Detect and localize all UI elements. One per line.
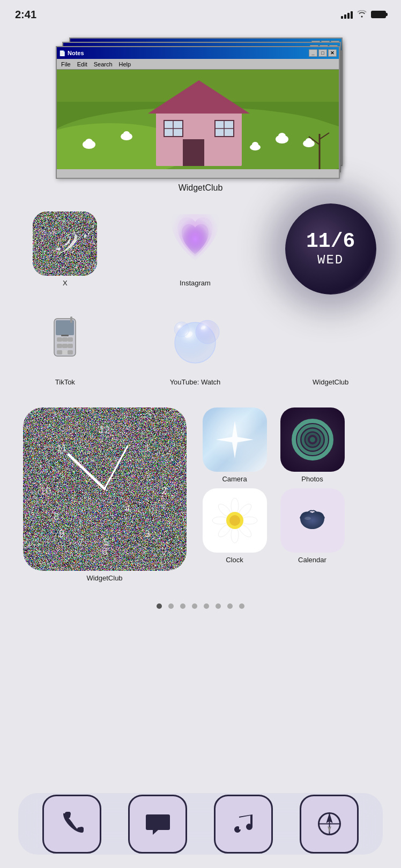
svg-text:5: 5: [103, 537, 108, 548]
svg-point-17: [123, 131, 130, 137]
date-day: WED: [317, 253, 344, 267]
wifi-icon: [357, 10, 367, 19]
svg-point-21: [306, 138, 312, 144]
date-number: 11/6: [306, 231, 355, 252]
svg-text:8: 8: [53, 511, 58, 522]
svg-rect-38: [70, 316, 72, 323]
dock-item-safari[interactable]: [294, 789, 364, 859]
svg-rect-37: [68, 350, 73, 354]
youtube-app-label: YouTube: Watch: [170, 378, 221, 386]
dock-item-messages[interactable]: [123, 789, 192, 859]
widgetclub2-label: WidgetClub: [313, 378, 348, 386]
app-col-right: Camera: [198, 407, 348, 564]
svg-rect-31: [68, 337, 73, 342]
instagram-app-label: Instagram: [180, 279, 211, 287]
svg-rect-35: [57, 350, 62, 354]
messages-dock-icon[interactable]: [128, 795, 187, 854]
svg-point-70: [231, 527, 239, 543]
instagram-app-icon[interactable]: [163, 212, 227, 276]
page-dot-6[interactable]: [216, 603, 221, 609]
svg-point-76: [305, 517, 311, 520]
app-item-clock[interactable]: Clock: [198, 488, 271, 564]
app-item-instagram[interactable]: Instagram: [155, 212, 235, 287]
x-app-icon[interactable]: 𝒳: [33, 212, 97, 276]
status-time: 2:41: [15, 9, 36, 21]
page-dots: [0, 603, 401, 609]
right-row-1: Camera: [198, 407, 348, 483]
battery-icon: [371, 11, 386, 18]
svg-point-44: [174, 322, 189, 337]
app-item-widgetclub2[interactable]: WidgetClub: [285, 348, 376, 386]
page-dot-4[interactable]: [192, 603, 197, 609]
svg-text:6: 6: [101, 546, 107, 557]
svg-rect-29: [57, 337, 62, 342]
page-dot-8[interactable]: [239, 603, 244, 609]
svg-point-23: [252, 142, 258, 147]
tiktok-app-label: TikTok: [55, 378, 75, 386]
svg-text:9: 9: [58, 529, 64, 539]
svg-marker-80: [328, 816, 331, 821]
app-item-tiktok[interactable]: TikTok: [25, 311, 105, 386]
svg-rect-33: [62, 344, 68, 348]
svg-text:1: 1: [144, 443, 150, 454]
phone-dock-icon[interactable]: [42, 795, 101, 854]
status-icons: [341, 10, 386, 19]
photos-app-label: Photos: [301, 475, 323, 483]
clock-widget-label: WidgetClub: [86, 574, 122, 582]
page-dot-1[interactable]: [157, 603, 162, 609]
dock: [18, 793, 383, 855]
svg-point-65: [310, 437, 315, 442]
status-bar: 2:41: [0, 0, 401, 27]
svg-rect-30: [62, 337, 68, 342]
svg-text:2: 2: [161, 486, 166, 496]
x-app-label: X: [63, 279, 68, 287]
page-dot-5[interactable]: [204, 603, 209, 609]
camera-app-label: Camera: [222, 475, 247, 483]
app-row-3: 12 1 2 3 6 9 10 11 4 5 7 8 WidgetClub: [0, 402, 401, 587]
svg-rect-36: [62, 350, 68, 354]
app-item-widgetclub-date[interactable]: 11/6 WED: [285, 203, 376, 295]
page-dot-2[interactable]: [168, 603, 174, 609]
svg-rect-39: [61, 335, 69, 336]
svg-rect-34: [68, 344, 73, 348]
app-item-youtube[interactable]: YouTube: Watch: [155, 311, 235, 386]
app-item-calendar[interactable]: Calendar: [276, 488, 348, 564]
calendar-app-label: Calendar: [298, 556, 326, 564]
svg-line-59: [105, 446, 128, 489]
signal-bars-icon: [341, 10, 353, 19]
page-dot-3[interactable]: [180, 603, 185, 609]
widgetclub2-spacer: [285, 348, 376, 375]
page-dot-7[interactable]: [227, 603, 233, 609]
calendar-app-icon[interactable]: [280, 488, 345, 553]
clock-app-label: Clock: [226, 556, 243, 564]
svg-point-68: [241, 517, 257, 524]
music-dock-icon[interactable]: [214, 795, 273, 854]
dock-item-music[interactable]: [209, 789, 278, 859]
svg-marker-60: [216, 421, 254, 458]
svg-text:12: 12: [99, 425, 109, 435]
app-item-clock-widget[interactable]: 12 1 2 3 6 9 10 11 4 5 7 8 WidgetClub: [21, 407, 188, 582]
svg-text:7: 7: [78, 537, 83, 548]
widget-club-banner-label: WidgetClub: [179, 183, 223, 193]
bottom-spacer: [0, 625, 401, 711]
app-item-x[interactable]: 𝒳 X: [25, 212, 105, 287]
youtube-app-icon[interactable]: [163, 311, 227, 375]
safari-dock-icon[interactable]: [300, 795, 359, 854]
svg-rect-7: [183, 139, 204, 166]
app-row-2: TikTok: [0, 311, 401, 386]
camera-app-icon[interactable]: [203, 407, 267, 472]
win-content: [57, 70, 339, 177]
tiktok-app-icon[interactable]: [33, 311, 97, 375]
clock-widget-icon[interactable]: 12 1 2 3 6 9 10 11 4 5 7 8: [23, 407, 187, 571]
svg-point-66: [231, 498, 239, 514]
app-item-photos[interactable]: Photos: [276, 407, 348, 483]
date-widget[interactable]: 11/6 WED: [285, 203, 376, 295]
widget-club-banner[interactable]: 📄 Notes _ □ ✕ 📄 Notes _ □: [50, 37, 351, 193]
app-item-camera[interactable]: Camera: [198, 407, 271, 483]
svg-point-15: [85, 139, 93, 145]
app-row-1: 𝒳 X: [0, 203, 401, 295]
clock-app-icon[interactable]: [203, 488, 267, 553]
svg-point-75: [229, 515, 240, 526]
photos-app-icon[interactable]: [280, 407, 345, 472]
dock-item-phone[interactable]: [37, 789, 107, 859]
